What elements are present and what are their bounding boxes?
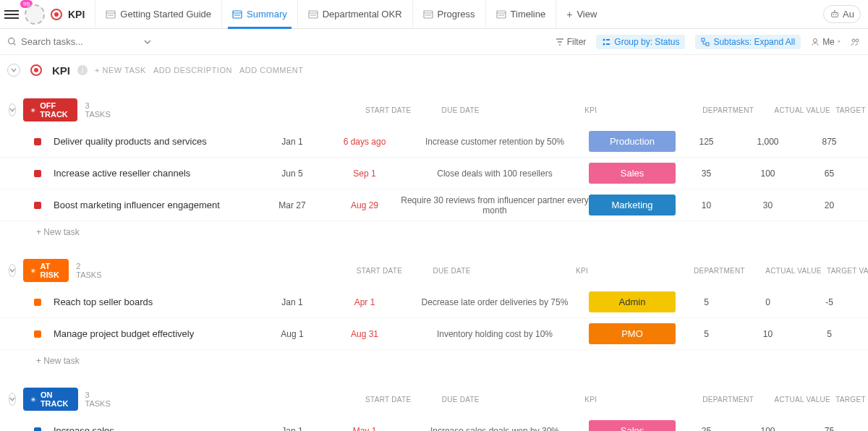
task-diff[interactable]: 75 (799, 426, 860, 432)
group-badge[interactable]: AT RISK (23, 259, 69, 282)
tab-timeline[interactable]: Timeline (485, 0, 556, 29)
task-diff[interactable]: 65 (799, 168, 860, 179)
group-collapse-button[interactable] (9, 393, 16, 406)
assignees-icon[interactable] (851, 38, 861, 46)
task-start-date[interactable]: Jun 5 (256, 168, 328, 179)
tab-getting-started-guide[interactable]: Getting Started Guide (95, 0, 221, 29)
task-diff[interactable]: -5 (799, 297, 860, 307)
task-kpi[interactable]: Increase customer retention by 50% (401, 137, 589, 147)
task-row[interactable]: Deliver quality products and services Ja… (0, 126, 868, 158)
task-diff[interactable]: 875 (799, 137, 860, 147)
col-kpi[interactable]: KPI (497, 396, 685, 404)
col-target[interactable]: TARGET VALUE (825, 267, 868, 275)
col-due[interactable]: DUE DATE (425, 106, 497, 114)
col-actual[interactable]: ACTUAL VALUE (772, 396, 833, 404)
group-collapse-button[interactable] (9, 264, 16, 277)
task-due-date[interactable]: 6 days ago (328, 137, 401, 147)
task-department[interactable]: Production (589, 131, 676, 152)
task-kpi[interactable]: Close deals with 100 resellers (401, 168, 589, 179)
task-target[interactable]: 30 (737, 200, 799, 210)
new-task-button[interactable]: + NEW TASK (95, 66, 146, 74)
task-department[interactable]: PMO (589, 323, 676, 344)
col-actual[interactable]: ACTUAL VALUE (763, 267, 825, 275)
tab-departmental-okr[interactable]: Departmental OKR (297, 0, 412, 29)
new-task-row[interactable]: + New task (0, 350, 868, 372)
task-name[interactable]: Boost marketing influencer engagement (54, 200, 256, 210)
info-icon[interactable]: i (77, 65, 88, 75)
subtasks-button[interactable]: Subtasks: Expand All (695, 35, 801, 49)
col-actual[interactable]: ACTUAL VALUE (772, 106, 833, 114)
group-badge[interactable]: OFF TRACK (23, 98, 77, 121)
col-target[interactable]: TARGET VALUE (833, 396, 868, 404)
task-status-icon[interactable] (34, 202, 41, 209)
task-target[interactable]: 100 (737, 168, 799, 179)
col-target[interactable]: TARGET VALUE (833, 106, 868, 114)
task-kpi[interactable]: Decrease late order deliveries by 75% (401, 297, 589, 307)
search-input[interactable] (21, 36, 108, 47)
task-row[interactable]: Boost marketing influencer engagement Ma… (0, 189, 868, 221)
task-actual[interactable]: 5 (676, 297, 737, 307)
col-kpi[interactable]: KPI (497, 106, 685, 114)
task-due-date[interactable]: Aug 29 (328, 200, 401, 210)
task-kpi[interactable]: Increase sales deals won by 30% (401, 426, 589, 432)
tab-progress[interactable]: Progress (412, 0, 485, 29)
add-view-tab[interactable]: +View (556, 0, 607, 29)
task-start-date[interactable]: Aug 1 (256, 329, 328, 339)
task-diff[interactable]: 5 (799, 329, 860, 339)
col-start[interactable]: START DATE (344, 267, 416, 275)
task-row[interactable]: Increase active reseller channels Jun 5 … (0, 158, 868, 189)
task-row[interactable]: Manage project budget effectively Aug 1 … (0, 318, 868, 350)
col-dept[interactable]: DEPARTMENT (685, 106, 772, 114)
task-name[interactable]: Reach top seller boards (54, 296, 256, 307)
task-target[interactable]: 100 (737, 426, 799, 432)
task-name[interactable]: Increase sales (54, 425, 256, 431)
task-due-date[interactable]: May 1 (328, 426, 401, 432)
task-actual[interactable]: 5 (676, 329, 737, 339)
task-start-date[interactable]: Jan 1 (256, 426, 328, 432)
task-name[interactable]: Deliver quality products and services (54, 136, 256, 147)
task-name[interactable]: Increase active reseller channels (54, 168, 256, 179)
search-box[interactable] (7, 36, 108, 47)
col-dept[interactable]: DEPARTMENT (676, 267, 763, 275)
col-due[interactable]: DUE DATE (425, 396, 497, 404)
task-actual[interactable]: 125 (676, 137, 737, 147)
task-row[interactable]: Reach top seller boards Jan 1 Apr 1 Decr… (0, 286, 868, 318)
col-kpi[interactable]: KPI (488, 267, 676, 275)
task-status-icon[interactable] (34, 299, 41, 306)
task-kpi[interactable]: Require 30 reviews from influencer partn… (401, 195, 589, 216)
task-department[interactable]: Sales (589, 163, 676, 184)
filter-button[interactable]: Filter (556, 37, 587, 47)
task-department[interactable]: Marketing (589, 195, 676, 216)
collapse-all-button[interactable] (7, 64, 20, 77)
task-department[interactable]: Admin (589, 291, 676, 312)
task-due-date[interactable]: Aug 31 (328, 329, 401, 339)
automation-button[interactable]: Au (823, 5, 861, 23)
col-start[interactable]: START DATE (352, 106, 425, 114)
task-diff[interactable]: 20 (799, 200, 860, 210)
add-description-button[interactable]: ADD DESCRIPTION (153, 66, 232, 74)
col-due[interactable]: DUE DATE (416, 267, 488, 275)
task-target[interactable]: 1,000 (737, 137, 799, 147)
task-status-icon[interactable] (34, 138, 41, 145)
me-button[interactable]: Me • (811, 37, 841, 47)
tab-summary[interactable]: Summary (221, 0, 297, 29)
task-actual[interactable]: 35 (676, 168, 737, 179)
search-dropdown[interactable] (144, 38, 151, 46)
task-actual[interactable]: 25 (676, 426, 737, 432)
task-start-date[interactable]: Jan 1 (256, 297, 328, 307)
task-department[interactable]: Sales (589, 420, 676, 431)
task-start-date[interactable]: Mar 27 (256, 200, 328, 210)
task-row[interactable]: Increase sales Jan 1 May 1 Increase sale… (0, 415, 868, 431)
task-name[interactable]: Manage project budget effectively (54, 328, 256, 339)
menu-button[interactable] (4, 7, 19, 22)
task-actual[interactable]: 10 (676, 200, 737, 210)
task-status-icon[interactable] (34, 330, 41, 338)
group-badge[interactable]: ON TRACK (23, 388, 78, 411)
task-due-date[interactable]: Sep 1 (328, 168, 401, 179)
task-start-date[interactable]: Jan 1 (256, 137, 328, 147)
new-task-row[interactable]: + New task (0, 221, 868, 243)
add-comment-button[interactable]: ADD COMMENT (239, 66, 304, 74)
task-status-icon[interactable] (34, 427, 41, 432)
group-collapse-button[interactable] (9, 103, 16, 116)
task-status-icon[interactable] (34, 170, 41, 177)
